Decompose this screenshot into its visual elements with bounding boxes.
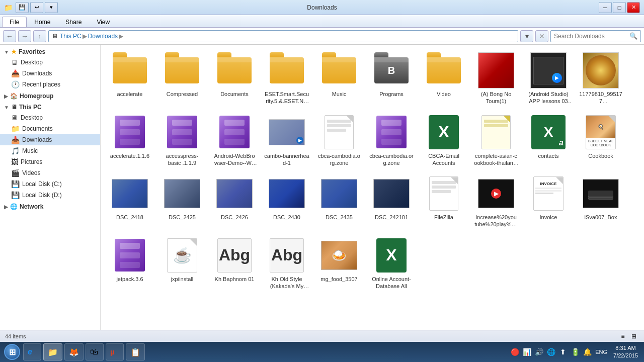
- taskbar-store[interactable]: 🛍: [86, 343, 104, 360]
- image-icon-cambo: ▶: [269, 114, 305, 150]
- systray-icon1[interactable]: 🔴: [510, 347, 520, 357]
- favorites-header[interactable]: ▼ ★ Favorites: [0, 47, 100, 57]
- search-input[interactable]: [554, 33, 629, 40]
- file-item-onlineaccount[interactable]: X Online Account-Database All: [366, 234, 417, 294]
- close-button[interactable]: ✕: [627, 2, 640, 13]
- file-item-invoice[interactable]: INVOICE Invoice: [523, 172, 574, 232]
- systray-icon2[interactable]: 📊: [522, 347, 532, 357]
- file-item-increase[interactable]: ▶ Increase%20you tube%20play%20 quality%…: [471, 172, 521, 232]
- sidebar-item-localc[interactable]: 💾 Local Disk (C:): [0, 178, 100, 190]
- system-clock[interactable]: 8:31 AM 7/22/2015: [610, 344, 641, 360]
- minimize-button[interactable]: ─: [599, 2, 612, 13]
- path-thispc[interactable]: This PC: [60, 33, 82, 40]
- quick-access-dropdown[interactable]: ▾: [45, 2, 58, 13]
- systray-icon5[interactable]: ⬆: [558, 347, 568, 357]
- file-item-dsc2418[interactable]: DSC_2418: [105, 172, 155, 232]
- quick-access-btn[interactable]: 💾: [16, 2, 29, 13]
- address-clear[interactable]: ✕: [535, 30, 548, 42]
- taskbar-app6[interactable]: 📋: [126, 343, 145, 360]
- file-item-completeasian[interactable]: complete-asian-c ookbook-thailand-vietna…: [471, 111, 521, 170]
- content-area[interactable]: accelerate Compressed: [101, 45, 644, 330]
- sidebar-item-videos[interactable]: 🎬 Videos: [0, 167, 100, 178]
- systray-icon3[interactable]: 🔊: [534, 347, 544, 357]
- file-item-dsc2425[interactable]: DSC_2425: [157, 172, 207, 232]
- file-item-eset[interactable]: ESET.Smart.Secu rity.5.&.ESET.NOD 32.Ant…: [262, 49, 312, 109]
- view-details-btn[interactable]: ≡: [618, 332, 628, 341]
- file-item-contacts[interactable]: X a contacts: [523, 111, 574, 170]
- file-item-programs[interactable]: B Programs: [366, 49, 417, 109]
- file-item-dsc2430[interactable]: DSC_2430: [262, 172, 312, 232]
- sidebar-item-pictures[interactable]: 🖼 Pictures: [0, 156, 100, 167]
- network-icon: 🌐: [10, 203, 18, 210]
- homegroup-header[interactable]: ▶ 🏠 Homegroup: [0, 91, 100, 101]
- file-item-androidstudio[interactable]: ▶ (Android Studio) APP lessons 03 WebVie…: [523, 49, 574, 109]
- file-item-cbcaemail[interactable]: X CBCA-Email Accounts: [419, 111, 469, 170]
- file-label-androidweb: Android-WebBro wser-Demo--We bView--mast…: [212, 152, 257, 167]
- file-item-accelerate[interactable]: accelerate: [105, 49, 155, 109]
- file-item-androidweb[interactable]: Android-WebBro wser-Demo--We bView--mast…: [209, 111, 260, 170]
- file-item-accesspress[interactable]: accesspress-basic .1.1.9: [157, 111, 207, 170]
- file-item-mgfood[interactable]: 🍛 mg_food_3507: [314, 234, 364, 294]
- clock-time: 8:31 AM: [613, 344, 638, 352]
- forward-button[interactable]: →: [18, 30, 31, 42]
- file-item-documents[interactable]: Documents: [209, 49, 260, 109]
- file-item-khbaphnom[interactable]: Abg Kh Baphnom 01: [209, 234, 260, 294]
- file-item-jetpack[interactable]: jetpack.3.6: [105, 234, 155, 294]
- file-item-acc116[interactable]: accelerate.1.1.6: [105, 111, 155, 170]
- taskbar-firefox[interactable]: 🦊: [64, 343, 84, 360]
- up-button[interactable]: ↑: [33, 30, 46, 42]
- taskbar-ie[interactable]: e: [23, 343, 41, 360]
- file-item-dsc242101[interactable]: DSC_242101: [366, 172, 417, 232]
- file-item-jxpiinstall[interactable]: ☕ jxpiinstall: [157, 234, 207, 294]
- network-header[interactable]: ▶ 🌐 Network: [0, 202, 100, 212]
- sidebar-item-documents[interactable]: 📁 Documents: [0, 123, 100, 134]
- tab-share[interactable]: Share: [58, 17, 89, 27]
- thispc-header[interactable]: ▼ 🖥 This PC: [0, 102, 100, 112]
- search-box[interactable]: 🔍: [550, 30, 641, 42]
- back-button[interactable]: ←: [3, 30, 16, 42]
- sidebar-item-downloads-fav[interactable]: 📥 Downloads: [0, 68, 100, 79]
- file-item-food11779[interactable]: 11779810_995177 680513542_59356 89257646…: [576, 49, 626, 109]
- file-item-cambo[interactable]: ▶ cambo-bannerhea d-1: [262, 111, 312, 170]
- file-item-compressed[interactable]: Compressed: [157, 49, 207, 109]
- lang-indicator[interactable]: ENG: [594, 349, 608, 355]
- systray-icon6[interactable]: 🔋: [570, 347, 580, 357]
- sidebar-item-locald[interactable]: 💾 Local Disk (D:): [0, 190, 100, 201]
- sidebar-item-desktop[interactable]: 🖥 Desktop: [0, 57, 100, 68]
- sidebar-item-downloads-active[interactable]: 📥 Downloads: [0, 134, 100, 145]
- maximize-button[interactable]: □: [613, 2, 626, 13]
- search-icon[interactable]: 🔍: [629, 32, 637, 40]
- homegroup-expand-icon: ▶: [4, 94, 8, 99]
- systray-icon4[interactable]: 🌐: [546, 347, 556, 357]
- sidebar-item-desktop2[interactable]: 🖥 Desktop: [0, 112, 100, 123]
- sidebar-documents-label: Documents: [22, 125, 53, 132]
- path-downloads[interactable]: Downloads: [88, 33, 118, 40]
- start-button[interactable]: ⊞: [3, 343, 21, 361]
- sidebar-item-recent[interactable]: 🕐 Recent places: [0, 79, 100, 90]
- tab-home[interactable]: Home: [27, 17, 58, 27]
- systray-icon7[interactable]: 🔔: [582, 347, 592, 357]
- tab-file[interactable]: File: [2, 17, 27, 27]
- sidebar-item-music[interactable]: 🎵 Music: [0, 145, 100, 156]
- taskbar-utorrent[interactable]: μ: [106, 343, 124, 360]
- file-item-dsc2426[interactable]: DSC_2426: [209, 172, 260, 232]
- file-item-cookbook[interactable]: 🍳 BUDGET MEAL COOKBOOK Cookbook: [576, 111, 626, 170]
- address-dropdown[interactable]: ▾: [520, 30, 533, 42]
- file-label-music: Music: [332, 90, 347, 98]
- file-item-dsc2435[interactable]: DSC_2435: [314, 172, 364, 232]
- file-item-isva007[interactable]: iSva007_Box: [576, 172, 626, 232]
- tab-view[interactable]: View: [89, 17, 117, 27]
- file-item-cbca1[interactable]: cbca-cambodia.o rg.zone: [314, 111, 364, 170]
- address-path[interactable]: 🖥 This PC ▶ Downloads ▶: [48, 30, 518, 42]
- file-item-kholdstyle[interactable]: Abg Kh Old Style (Kakada's My Love) - Co…: [262, 234, 312, 294]
- quick-access-btn2[interactable]: ↩: [30, 2, 43, 13]
- file-label-programs: Programs: [379, 90, 404, 98]
- file-item-filezilla[interactable]: FileZilla: [419, 172, 469, 232]
- taskbar-explorer[interactable]: 📁: [43, 343, 62, 360]
- file-item-video[interactable]: Video: [419, 49, 469, 109]
- view-grid-btn[interactable]: ⊞: [629, 332, 639, 341]
- file-item-music[interactable]: Music: [314, 49, 364, 109]
- file-item-bongno[interactable]: (A) Bong No Tours(1): [471, 49, 521, 109]
- file-item-cbca2[interactable]: cbca-cambodia.or g.zone: [366, 111, 417, 170]
- archive-icon-cbca2: [373, 114, 410, 150]
